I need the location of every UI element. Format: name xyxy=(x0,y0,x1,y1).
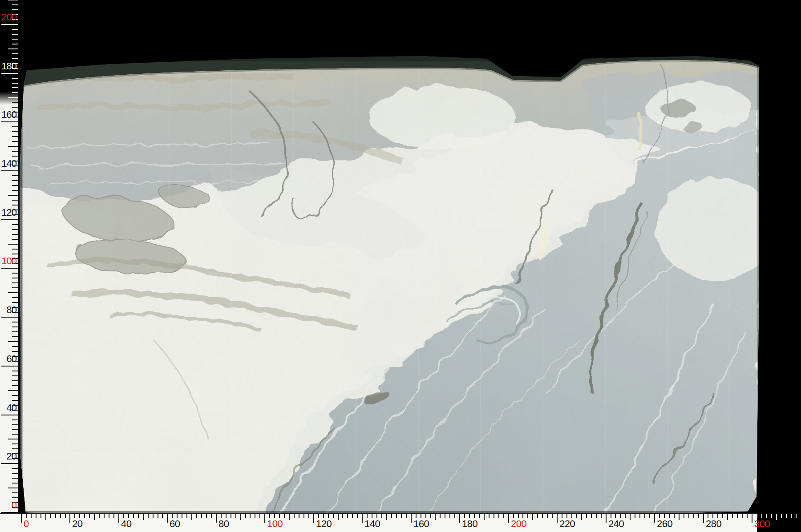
v-ruler-tick xyxy=(12,492,18,493)
h-ruler-tick xyxy=(191,514,192,520)
v-ruler-tick xyxy=(12,273,18,274)
v-ruler-tick xyxy=(12,58,18,59)
h-ruler-label: 120 xyxy=(316,519,332,529)
v-ruler-tick xyxy=(12,249,18,250)
h-ruler-tick xyxy=(36,514,36,518)
v-ruler-tick xyxy=(12,44,18,44)
v-ruler-tick xyxy=(12,200,18,201)
h-ruler-tick xyxy=(206,514,207,518)
h-ruler-tick xyxy=(586,514,587,518)
v-ruler-label: 60 xyxy=(0,354,16,364)
h-ruler-tick xyxy=(65,514,66,518)
h-ruler-tick xyxy=(752,514,752,523)
h-ruler-tick xyxy=(269,514,270,518)
h-ruler-tick xyxy=(396,514,397,518)
h-ruler-tick xyxy=(226,514,227,518)
scan-canvas: 200180160140120100806040200 020406080100… xyxy=(0,0,801,532)
h-ruler-tick xyxy=(235,514,236,518)
h-ruler-tick xyxy=(425,514,426,518)
h-ruler-label: 200 xyxy=(511,519,526,529)
h-ruler-tick xyxy=(776,514,777,520)
v-ruler-tick xyxy=(12,205,18,206)
v-ruler-tick xyxy=(8,244,18,245)
v-ruler-tick xyxy=(8,341,18,342)
h-ruler-tick xyxy=(21,514,22,523)
h-ruler-label: 0 xyxy=(24,519,29,529)
v-ruler-label: 20 xyxy=(0,451,16,462)
h-ruler-tick xyxy=(94,514,95,520)
v-ruler-tick xyxy=(12,180,18,181)
h-ruler-tick xyxy=(596,514,597,518)
h-ruler-tick xyxy=(445,514,445,518)
h-ruler-tick xyxy=(211,514,212,518)
h-ruler-tick xyxy=(440,514,441,518)
h-ruler-tick xyxy=(688,514,689,518)
h-ruler-tick xyxy=(732,514,733,518)
h-ruler-tick xyxy=(703,514,704,523)
v-ruler-tick xyxy=(12,429,18,430)
h-ruler-tick xyxy=(537,514,538,518)
h-ruler-label: 140 xyxy=(364,519,380,529)
v-ruler-tick xyxy=(12,83,18,84)
v-ruler-tick xyxy=(12,468,18,469)
h-ruler-tick xyxy=(372,514,372,518)
h-ruler-tick xyxy=(113,514,114,518)
h-ruler-tick xyxy=(571,514,572,518)
h-ruler-tick xyxy=(109,514,109,518)
v-ruler-tick xyxy=(12,326,18,327)
h-ruler-tick xyxy=(153,514,154,518)
h-ruler-tick xyxy=(352,514,353,518)
v-ruler-tick xyxy=(12,351,18,352)
v-ruler-tick xyxy=(12,448,18,449)
h-ruler-tick xyxy=(143,514,144,520)
v-ruler-tick xyxy=(1,73,18,74)
h-ruler-tick xyxy=(620,514,621,518)
h-ruler-tick xyxy=(761,514,762,518)
v-ruler-tick xyxy=(12,419,18,420)
vertical-ruler: 200180160140120100806040200 xyxy=(0,0,18,513)
v-ruler-tick xyxy=(12,375,18,376)
h-ruler-tick xyxy=(518,514,519,518)
h-ruler-tick xyxy=(552,514,553,518)
h-ruler-tick xyxy=(411,514,412,523)
v-ruler-tick xyxy=(12,297,18,298)
v-ruler-tick xyxy=(12,473,18,474)
v-ruler-tick xyxy=(12,92,18,93)
h-ruler-tick xyxy=(601,514,602,518)
h-ruler-tick xyxy=(196,514,197,518)
v-ruler-tick xyxy=(12,102,18,103)
h-ruler-tick xyxy=(167,514,168,523)
v-ruler-tick xyxy=(12,483,18,484)
h-ruler-tick xyxy=(133,514,134,518)
h-ruler-tick xyxy=(318,514,319,518)
h-ruler-tick xyxy=(328,514,329,518)
h-ruler-tick xyxy=(756,514,757,518)
slab-photo xyxy=(20,55,759,514)
h-ruler-tick xyxy=(747,514,748,518)
h-ruler-tick xyxy=(625,514,626,518)
v-ruler-tick xyxy=(12,322,18,322)
v-ruler-tick xyxy=(12,234,18,235)
h-ruler-tick xyxy=(513,514,514,518)
h-ruler-tick xyxy=(527,514,528,518)
h-ruler-tick xyxy=(216,514,217,523)
h-ruler-tick xyxy=(99,514,100,518)
v-ruler-label: 0 xyxy=(0,500,16,511)
v-ruler-tick xyxy=(12,175,18,176)
v-ruler-tick xyxy=(12,151,18,152)
v-ruler-tick xyxy=(12,336,18,337)
h-ruler-tick xyxy=(416,514,417,518)
v-ruler-tick xyxy=(12,371,18,371)
h-ruler-tick xyxy=(362,514,363,523)
h-ruler-tick xyxy=(201,514,202,518)
h-ruler-tick xyxy=(79,514,80,518)
h-ruler-tick xyxy=(313,514,314,523)
h-ruler-tick xyxy=(177,514,178,518)
horizontal-ruler: 0204060801001201401601802002202402602803… xyxy=(0,513,801,532)
v-ruler-tick xyxy=(12,395,18,396)
v-ruler-tick xyxy=(12,9,18,10)
v-ruler-tick xyxy=(12,190,18,191)
h-ruler-tick xyxy=(69,514,70,523)
h-ruler-tick xyxy=(89,514,90,518)
h-ruler-tick xyxy=(60,514,61,518)
